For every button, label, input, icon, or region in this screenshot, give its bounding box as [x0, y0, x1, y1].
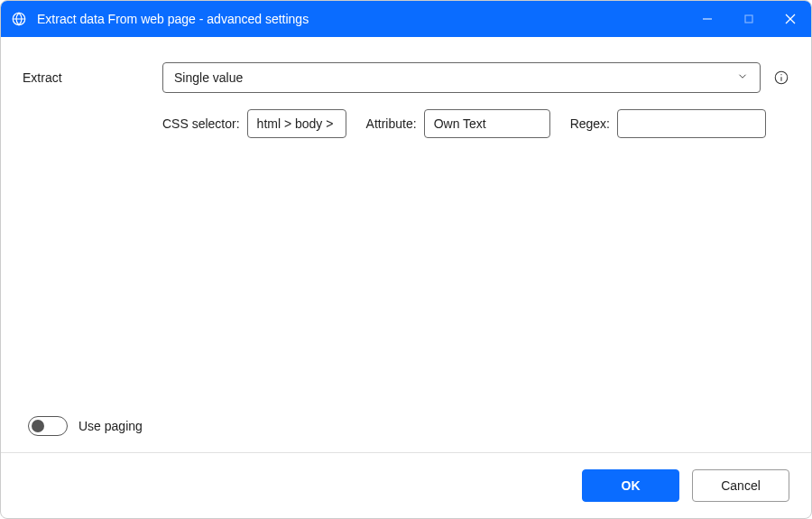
extract-select[interactable]: Single value — [162, 62, 761, 93]
close-button[interactable] — [770, 1, 811, 37]
toggle-knob — [32, 420, 44, 432]
cancel-button[interactable]: Cancel — [692, 469, 789, 502]
chevron-down-icon — [736, 70, 749, 86]
use-paging-row: Use paging — [28, 416, 143, 436]
titlebar: Extract data From web page - advanced se… — [1, 1, 811, 37]
globe-icon — [10, 10, 28, 28]
titlebar-title: Extract data From web page - advanced se… — [37, 12, 687, 26]
ok-button[interactable]: OK — [582, 469, 679, 502]
attribute-label: Attribute: — [366, 116, 417, 131]
css-selector-label: CSS selector: — [162, 116, 240, 131]
use-paging-label: Use paging — [78, 419, 143, 433]
svg-point-7 — [780, 74, 781, 75]
window-controls — [687, 1, 811, 37]
attribute-input[interactable] — [424, 109, 550, 138]
info-icon[interactable] — [773, 70, 789, 86]
dialog-footer: OK Cancel — [1, 452, 811, 518]
extract-select-value: Single value — [174, 70, 243, 85]
maximize-button — [728, 1, 770, 37]
extract-label: Extract — [23, 70, 162, 85]
minimize-button[interactable] — [687, 1, 728, 37]
dialog-window: Extract data From web page - advanced se… — [0, 0, 812, 519]
params-row: CSS selector: Attribute: Regex: — [162, 109, 789, 138]
dialog-body: Extract Single value CSS selector: Attri… — [1, 37, 811, 452]
extract-row: Extract Single value — [23, 62, 789, 93]
regex-input[interactable] — [617, 109, 766, 138]
regex-label: Regex: — [570, 116, 610, 131]
css-selector-input[interactable] — [247, 109, 346, 138]
use-paging-toggle[interactable] — [28, 416, 68, 436]
svg-rect-2 — [745, 15, 752, 23]
